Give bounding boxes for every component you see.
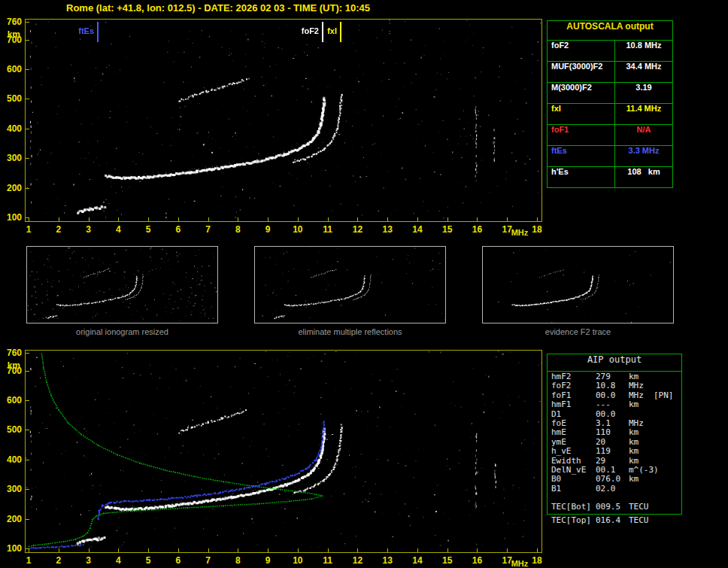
aip-unit: MHz — [629, 418, 654, 427]
aip-unit: km — [629, 437, 654, 446]
aip-extra — [654, 381, 681, 390]
aip-param: TEC[Top] — [548, 516, 596, 525]
aip-row: D100.0 — [548, 409, 681, 418]
aip-unit: km — [629, 372, 654, 381]
x-tick-label: 18 — [530, 555, 544, 566]
x-tick-label: 3 — [82, 224, 96, 235]
aip-param: hmE — [548, 427, 596, 436]
fxi-marker-line — [340, 22, 341, 42]
fxi-marker-label: fxI — [312, 26, 337, 35]
autoscala-param: h'Es — [548, 167, 615, 187]
x-tick-label: 5 — [141, 224, 155, 235]
aip-value: 009.5 — [596, 503, 629, 512]
x-tick-label: 17 — [500, 224, 514, 235]
autoscala-value: 108 km — [615, 167, 672, 187]
aip-param: B0 — [548, 474, 596, 483]
aip-value: 00.0 — [596, 409, 629, 418]
autoscala-param: ftEs — [548, 146, 615, 166]
aip-unit: MHz — [629, 390, 654, 399]
aip-extra — [654, 474, 681, 483]
aip-row: foE3.1MHz — [548, 418, 681, 427]
y-tick-label: 500 — [0, 424, 22, 435]
aip-row: hmF1---km — [548, 399, 681, 409]
autoscala-row: h'Es108 km — [548, 167, 672, 187]
aip-param: D1 — [548, 409, 596, 418]
y-tick-label: 400 — [0, 123, 22, 134]
x-tick-label: 12 — [350, 555, 364, 566]
x-tick-label: 8 — [231, 224, 244, 235]
aip-unit: MHz — [629, 381, 654, 390]
aip-row: DelN_vE00.1m^(-3) — [548, 465, 681, 474]
x-tick-label: 7 — [202, 224, 215, 235]
aip-row: Ewidth29km — [548, 456, 681, 465]
y-tick-label: 400 — [0, 454, 22, 465]
x-tick-label: 6 — [171, 224, 185, 235]
autoscala-row: ftEs3.3 MHz — [548, 146, 672, 167]
x-tick-label: 9 — [261, 555, 275, 566]
aip-extra — [654, 418, 681, 427]
aip-unit: km — [629, 427, 654, 436]
top-ionogram — [25, 19, 542, 222]
aip-extra — [654, 465, 681, 474]
autoscala-value: 3.19 — [615, 83, 672, 103]
aip-tec-row: TEC[Top]016.4TECU — [548, 516, 681, 525]
x-tick-label: 5 — [141, 555, 155, 566]
thumbnail-caption-original: original ionogram resized — [26, 327, 218, 336]
aip-extra — [654, 427, 681, 436]
aip-param: TEC[Bot] — [548, 503, 596, 512]
aip-value: 20 — [596, 437, 629, 446]
x-tick-label: 13 — [381, 555, 394, 566]
autoscala-row: M(3000)F23.19 — [548, 83, 672, 104]
ftes-marker-line — [97, 22, 99, 42]
y-tick-label: 100 — [0, 543, 22, 554]
aip-unit: km — [629, 446, 654, 455]
aip-param: foF1 — [548, 390, 596, 399]
autoscala-value: 10.8 MHz — [615, 41, 672, 61]
x-tick-label: 4 — [111, 224, 125, 235]
y-tick-label: 500 — [0, 93, 22, 104]
aip-param: h_vE — [548, 446, 596, 455]
aip-unit: km — [629, 456, 654, 465]
aip-rows: hmF2279kmfoF210.8MHzfoF100.0MHz[PN]hmF1-… — [548, 372, 681, 493]
aip-param: hmF1 — [548, 399, 596, 409]
autoscala-param: M(3000)F2 — [548, 83, 615, 103]
y-tick-label: 700 — [0, 35, 22, 45]
x-tick-label: 8 — [231, 555, 244, 566]
aip-param: foF2 — [548, 381, 596, 390]
y-tick-label: 100 — [0, 212, 22, 223]
x-tick-label: 18 — [530, 224, 544, 235]
aip-extra — [654, 437, 681, 446]
x-tick-label: 10 — [291, 555, 305, 566]
thumbnail-f2-trace-evidence — [482, 246, 674, 323]
aip-unit: TECU — [629, 516, 654, 525]
autoscala-value: 34.4 MHz — [615, 62, 672, 82]
autoscala-screen: Rome (lat: +41.8, lon: 012.5) - DATE: 20… — [0, 0, 728, 568]
aip-row: ymE20km — [548, 437, 681, 446]
y-tick-label: 200 — [0, 183, 22, 193]
aip-extra — [654, 484, 681, 493]
x-tick-label: 3 — [82, 555, 96, 566]
x-tick-label: 13 — [381, 224, 394, 235]
page-title: Rome (lat: +41.8, lon: 012.5) - DATE: 20… — [66, 2, 370, 14]
autoscala-param: MUF(3000)F2 — [548, 62, 615, 82]
aip-row: B0076.0km — [548, 474, 681, 483]
x-tick-label: 12 — [350, 224, 364, 235]
y-tick-label: 300 — [0, 484, 22, 494]
thumbnail-caption-f2trace: evidence F2 trace — [482, 327, 674, 336]
aip-row: hmF2279km — [548, 372, 681, 381]
x-tick-label: 1 — [22, 555, 35, 566]
aip-row: foF210.8MHz — [548, 381, 681, 390]
y-tick-label: 760 — [0, 17, 22, 27]
autoscala-param: fxI — [548, 104, 615, 124]
autoscala-row: foF210.8 MHz — [548, 41, 672, 62]
aip-param: ymE — [548, 437, 596, 446]
autoscala-table-title: AUTOSCALA output — [548, 21, 672, 41]
aip-extra — [654, 409, 681, 418]
aip-value: 00.0 — [596, 390, 629, 399]
x-tick-label: 15 — [441, 224, 454, 235]
x-tick-label: 15 — [441, 555, 454, 566]
autoscala-param: foF1 — [548, 125, 615, 145]
aip-param: B1 — [548, 484, 596, 493]
aip-unit — [629, 409, 654, 418]
y-tick-label: 200 — [0, 514, 22, 524]
